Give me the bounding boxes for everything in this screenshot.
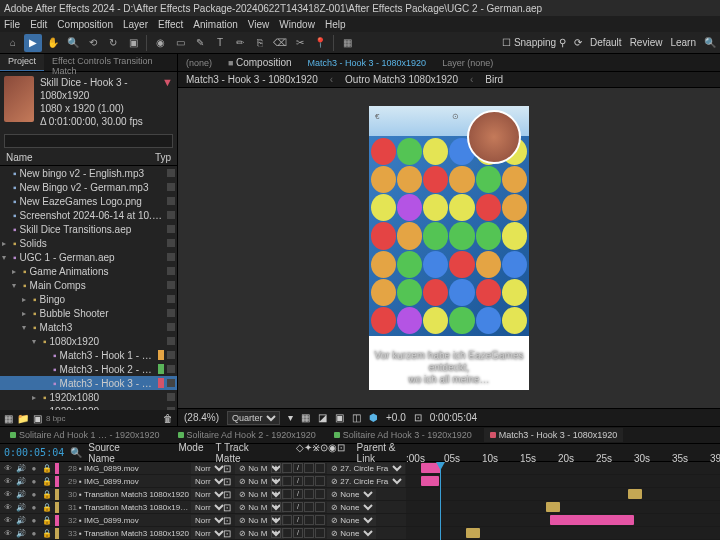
- tree-item[interactable]: ▪New EazeGames Logo.png: [0, 194, 177, 208]
- pan-behind-tool-icon[interactable]: ◉: [151, 34, 169, 52]
- text-tool-icon[interactable]: T: [211, 34, 229, 52]
- puppet-tool-icon[interactable]: 📍: [311, 34, 329, 52]
- breadcrumb[interactable]: Match3 - Hook 3 - 1080x1920‹Outro Match3…: [178, 72, 720, 88]
- marker-icon: ▼: [162, 76, 173, 128]
- tree-item[interactable]: ▪Screenshot 2024-06-14 at 10.21.png: [0, 208, 177, 222]
- menu-view[interactable]: View: [248, 19, 270, 30]
- mask-icon[interactable]: ◪: [318, 412, 327, 423]
- name-column[interactable]: Name: [6, 152, 33, 163]
- title-bar: Adobe After Effects 2024 - D:\After Effe…: [0, 0, 720, 16]
- hand-tool-icon[interactable]: ✋: [44, 34, 62, 52]
- project-tree[interactable]: ▪New bingo v2 - English.mp3▪New Bingo v2…: [0, 166, 177, 410]
- breadcrumb-item[interactable]: Bird: [485, 74, 503, 85]
- tree-item[interactable]: ▪New Bingo v2 - German.mp3: [0, 180, 177, 194]
- snapshot-icon[interactable]: ⬢: [369, 412, 378, 423]
- app-title: Adobe After Effects 2024 - D:\After Effe…: [4, 3, 542, 14]
- timeline-tab[interactable]: Solitaire Ad Hook 1 … - 1920x1920: [4, 428, 166, 442]
- orbit-tool-icon[interactable]: ⟲: [84, 34, 102, 52]
- tree-item[interactable]: ▪Match3 - Hook 2 - 1080x1920: [0, 362, 177, 376]
- menu-composition[interactable]: Composition: [57, 19, 113, 30]
- layer-row[interactable]: 👁🔊●🔒33▪ Transition Match3 1080x1920Norr⊡…: [0, 527, 720, 540]
- bin-icon[interactable]: 📁: [17, 413, 29, 424]
- current-time[interactable]: 0:00:05:04: [430, 412, 477, 423]
- project-tab[interactable]: Project: [0, 54, 44, 71]
- type-column[interactable]: Typ: [155, 152, 171, 163]
- selection-tool-icon[interactable]: ▶: [24, 34, 42, 52]
- tree-item[interactable]: ▪New bingo v2 - English.mp3: [0, 166, 177, 180]
- timeline-timecode[interactable]: 0:00:05:04: [4, 447, 64, 458]
- project-panel: Project Effect Controls Transition Match…: [0, 54, 178, 426]
- layer-row[interactable]: 👁🔊●🔒32▪ IMG_0899.movNorr⊡⊘ No M✦/⊘ None: [0, 514, 720, 527]
- home-icon[interactable]: ⌂: [4, 34, 22, 52]
- project-search-input[interactable]: [4, 134, 173, 148]
- new-comp-icon[interactable]: ▣: [33, 413, 42, 424]
- tree-item[interactable]: ▪Match3 - Hook 1 - 1080x1920: [0, 348, 177, 362]
- menu-edit[interactable]: Edit: [30, 19, 47, 30]
- menu-file[interactable]: File: [4, 19, 20, 30]
- timecode-icon[interactable]: ⊡: [414, 412, 422, 423]
- playhead[interactable]: [440, 462, 441, 540]
- workspace-learn[interactable]: Learn: [670, 37, 696, 48]
- viewer-controls: (28.4%) Quarter ▾ ▦ ◪ ▣ ◫ ⬢ +0.0 ⊡ 0:00:…: [178, 408, 720, 426]
- timeline-tab[interactable]: Solitaire Ad Hook 3 - 1920x1920: [328, 428, 478, 442]
- composition-label: ■ Composition: [224, 55, 296, 70]
- workspace-default[interactable]: Default: [590, 37, 622, 48]
- clone-tool-icon[interactable]: ⎘: [251, 34, 269, 52]
- tree-item[interactable]: ▪Match3 - Hook 3 - 1080x1920: [0, 376, 177, 390]
- layer-row[interactable]: 👁🔊●🔒31▪ Transition Match3 1080x1920 2Nor…: [0, 501, 720, 514]
- rect-tool-icon[interactable]: ▭: [171, 34, 189, 52]
- resolution-select[interactable]: Quarter: [227, 411, 280, 425]
- interpret-icon[interactable]: ▦: [4, 413, 13, 424]
- tree-item[interactable]: ▸▪Bingo: [0, 292, 177, 306]
- effect-controls-tab[interactable]: Effect Controls Transition Match: [44, 54, 177, 71]
- comp-none: (none): [182, 56, 216, 70]
- roto-tool-icon[interactable]: ✂: [291, 34, 309, 52]
- timeline-tab[interactable]: Match3 - Hook 3 - 1080x1920: [484, 428, 624, 442]
- breadcrumb-item[interactable]: Match3 - Hook 3 - 1080x1920: [186, 74, 318, 85]
- menu-bar: FileEditCompositionLayerEffectAnimationV…: [0, 16, 720, 32]
- search-icon[interactable]: 🔍: [70, 447, 82, 458]
- layer-tab[interactable]: Layer (none): [438, 56, 497, 70]
- tree-item[interactable]: ▾▪Main Comps: [0, 278, 177, 292]
- breadcrumb-item[interactable]: Outro Match3 1080x1920: [345, 74, 458, 85]
- zoom-tool-icon[interactable]: 🔍: [64, 34, 82, 52]
- tree-item[interactable]: ▾▪UGC 1 - German.aep: [0, 250, 177, 264]
- project-thumbnail: [4, 76, 34, 122]
- active-comp-tab[interactable]: Match3 - Hook 3 - 1080x1920: [304, 56, 431, 70]
- timeline-tab[interactable]: Solitaire Ad Hook 2 - 1920x1920: [172, 428, 322, 442]
- tree-item[interactable]: ▸▪Bubble Shooter: [0, 306, 177, 320]
- brush-tool-icon[interactable]: ✏: [231, 34, 249, 52]
- composition-viewer[interactable]: € ⊙ Vor kurzem habe ich EazeGames entdec…: [178, 88, 720, 408]
- tree-item[interactable]: ▪Skill Dice Transitions.aep: [0, 222, 177, 236]
- grid-icon[interactable]: ▦: [301, 412, 310, 423]
- timeline-panel: 0:00:05:04 🔍 Source Name Mode T Track Ma…: [0, 444, 720, 540]
- pen-tool-icon[interactable]: ✎: [191, 34, 209, 52]
- menu-layer[interactable]: Layer: [123, 19, 148, 30]
- tree-item[interactable]: ▾▪Match3: [0, 320, 177, 334]
- search-icon[interactable]: 🔍: [704, 37, 716, 48]
- zoom-level[interactable]: (28.4%): [184, 412, 219, 423]
- menu-help[interactable]: Help: [325, 19, 346, 30]
- rotate-tool-icon[interactable]: ↻: [104, 34, 122, 52]
- trash-icon[interactable]: 🗑: [163, 413, 173, 424]
- offset-value[interactable]: +0.0: [386, 412, 406, 423]
- layer-row[interactable]: 👁🔊●🔒28▪ IMG_0899.movNorr⊡⊘ No M✦/⊘ 27. C…: [0, 462, 720, 475]
- layer-row[interactable]: 👁🔊●🔒29▪ IMG_0899.movNorr⊡⊘ No M✦/⊘ 27. C…: [0, 475, 720, 488]
- tree-item[interactable]: ▸▪Solids: [0, 236, 177, 250]
- menu-animation[interactable]: Animation: [193, 19, 237, 30]
- layer-row[interactable]: 👁🔊●🔒30▪ Transition Match3 1080x1920Norr⊡…: [0, 488, 720, 501]
- menu-effect[interactable]: Effect: [158, 19, 183, 30]
- region-icon[interactable]: ◫: [352, 412, 361, 423]
- snapping-checkbox[interactable]: ☐ Snapping ⚲: [502, 37, 566, 48]
- toolbar: ⌂ ▶ ✋ 🔍 ⟲ ↻ ▣ ◉ ▭ ✎ T ✏ ⎘ ⌫ ✂ 📍 ▦ ☐ Snap…: [0, 32, 720, 54]
- toggle-alpha-icon[interactable]: ▣: [335, 412, 344, 423]
- toggle-icon[interactable]: ▦: [338, 34, 356, 52]
- tree-item[interactable]: ▾▪1080x1920: [0, 334, 177, 348]
- tree-item[interactable]: ▸▪Game Animations: [0, 264, 177, 278]
- workspace-review[interactable]: Review: [630, 37, 663, 48]
- camera-tool-icon[interactable]: ▣: [124, 34, 142, 52]
- tree-item[interactable]: ▸▪1920x1080: [0, 390, 177, 404]
- menu-window[interactable]: Window: [279, 19, 315, 30]
- eraser-tool-icon[interactable]: ⌫: [271, 34, 289, 52]
- timeline-layers[interactable]: 👁🔊●🔒28▪ IMG_0899.movNorr⊡⊘ No M✦/⊘ 27. C…: [0, 462, 720, 540]
